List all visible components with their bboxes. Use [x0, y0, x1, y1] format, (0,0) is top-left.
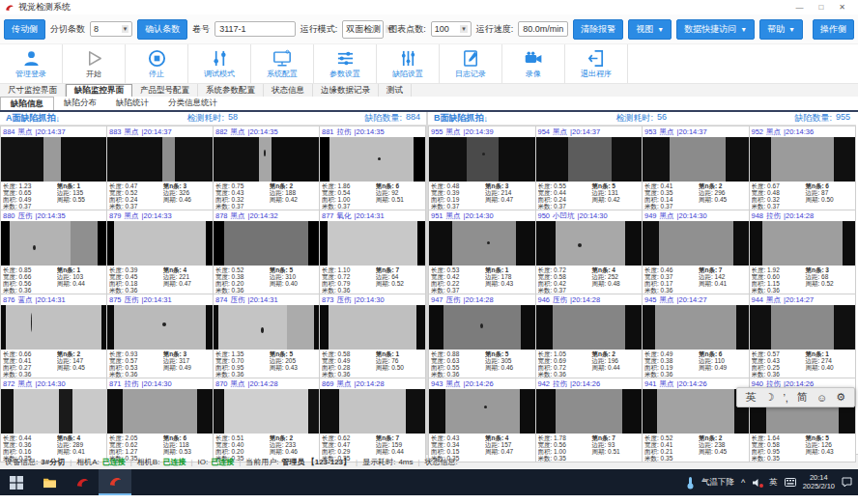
defect-thumbnail[interactable]: [1, 389, 106, 434]
defect-thumbnail[interactable]: [643, 221, 749, 266]
toolbar-button-params[interactable]: 参数设置: [314, 44, 377, 83]
defect-cell[interactable]: 877氧化|20:14:31长度: 1.10宽度: 0.72面积: 0.79米数…: [320, 210, 425, 294]
toolbar-button-camera[interactable]: 录像: [502, 44, 565, 83]
defect-thumbnail[interactable]: [214, 305, 319, 350]
defect-cell[interactable]: 874压伤|20:14:31长度: 1.35宽度: 0.70面积: 0.95米数…: [214, 294, 319, 378]
defect-cell[interactable]: 872黑点|20:14:30长度: 0.44宽度: 0.36面积: 0.16米数…: [1, 378, 106, 462]
defect-cell[interactable]: 954黑点|20:14:37长度: 0.55宽度: 0.44面积: 0.24米数…: [536, 126, 643, 210]
defect-thumbnail[interactable]: [643, 137, 749, 182]
roll-number-input[interactable]: 3117-1: [214, 21, 296, 37]
toolbar-button-play[interactable]: 开始: [63, 44, 126, 83]
defect-cell[interactable]: 953黑点|20:14:37长度: 0.41宽度: 0.35面积: 0.14米数…: [643, 126, 749, 210]
defect-thumbnail[interactable]: [643, 305, 749, 350]
defect-thumbnail[interactable]: [1, 137, 106, 182]
sub-tab-3[interactable]: 分类信息统计: [158, 97, 227, 110]
defect-cell[interactable]: 948拉伤|20:14:28长度: 1.92宽度: 0.60面积: 1.15米数…: [750, 210, 856, 294]
defect-thumbnail[interactable]: [320, 305, 425, 350]
defect-thumbnail[interactable]: [643, 389, 749, 434]
tray-expand-icon[interactable]: ^: [741, 478, 745, 488]
defect-thumbnail[interactable]: [107, 221, 213, 266]
defect-cell[interactable]: 884黑点|20:14:37长度: 1.23宽度: 0.65面积: 0.49米数…: [1, 126, 106, 210]
main-tab-6[interactable]: 测试: [379, 84, 412, 97]
minimize-button[interactable]: —: [795, 3, 803, 12]
defect-thumbnail[interactable]: [107, 389, 213, 434]
sort-down-icon[interactable]: ↓: [56, 114, 61, 124]
defect-thumbnail[interactable]: [320, 221, 425, 266]
defect-cell[interactable]: 875压伤|20:14:31长度: 0.93宽度: 0.57面积: 0.53米数…: [107, 294, 213, 378]
main-tab-4[interactable]: 状态信息: [264, 84, 313, 97]
run-mode-select[interactable]: 双面检测▾: [342, 20, 384, 39]
defect-thumbnail[interactable]: [536, 389, 643, 434]
defect-cell[interactable]: 878黑点|20:14:32长度: 0.52宽度: 0.38面积: 0.20米数…: [214, 210, 319, 294]
defect-cell[interactable]: 882黑点|20:14:35长度: 0.75宽度: 0.43面积: 0.32米数…: [214, 126, 319, 210]
toolbar-button-user[interactable]: 管理登录: [0, 44, 63, 83]
ime-moon-icon[interactable]: ☽: [765, 391, 775, 404]
defect-cell[interactable]: 879黑点|20:14:33长度: 0.39宽度: 0.45面积: 0.18米数…: [107, 210, 213, 294]
defect-thumbnail[interactable]: [1, 305, 106, 350]
defect-cell[interactable]: 951黑点|20:14:30长度: 0.53宽度: 0.42面积: 0.22米数…: [429, 210, 535, 294]
defect-cell[interactable]: 947压伤|20:14:28长度: 0.88宽度: 0.63面积: 0.55米数…: [429, 294, 535, 378]
defect-thumbnail[interactable]: [429, 389, 535, 434]
defect-cell[interactable]: 873压伤|20:14:30长度: 0.58宽度: 0.49面积: 0.28米数…: [320, 294, 425, 378]
defect-cell[interactable]: 880压伤|20:14:35长度: 0.85宽度: 0.66面积: 0.56米数…: [1, 210, 106, 294]
defect-thumbnail[interactable]: [429, 137, 535, 182]
defect-thumbnail[interactable]: [536, 221, 643, 266]
taskbar-explorer-icon[interactable]: [33, 469, 66, 495]
sub-tab-2[interactable]: 缺陷统计: [106, 97, 158, 110]
defect-thumbnail[interactable]: [214, 389, 319, 434]
defect-cell[interactable]: 883黑点|20:14:37长度: 0.47宽度: 0.52面积: 0.24米数…: [107, 126, 213, 210]
defect-thumbnail[interactable]: [536, 305, 643, 350]
defect-cell[interactable]: 952黑点|20:14:36长度: 0.67宽度: 0.48面积: 0.32米数…: [750, 126, 856, 210]
ime-lang-cn[interactable]: 简: [797, 390, 808, 405]
data-access-menu-button[interactable]: 数据快捷访问▼: [676, 19, 755, 40]
notification-icon[interactable]: [842, 477, 852, 488]
main-tab-3[interactable]: 系统参数配置: [198, 84, 264, 97]
defect-thumbnail[interactable]: [750, 221, 856, 266]
sub-tab-1[interactable]: 缺陷分布: [54, 97, 106, 110]
toolbar-button-stop[interactable]: 停止: [126, 44, 188, 83]
close-button[interactable]: ✕: [839, 3, 845, 12]
defect-thumbnail[interactable]: [1, 221, 106, 266]
defect-thumbnail[interactable]: [429, 305, 535, 350]
ime-gear-icon[interactable]: ⚙: [836, 391, 845, 404]
help-menu-button[interactable]: 帮助▼: [759, 19, 803, 40]
maximize-button[interactable]: □: [818, 3, 823, 12]
speaker-icon[interactable]: [752, 478, 762, 488]
defect-cell[interactable]: 876蓝点|20:14:31长度: 0.66宽度: 0.41面积: 0.27米数…: [1, 294, 106, 378]
defect-cell[interactable]: 942拉伤|20:14:26长度: 1.78宽度: 0.56面积: 1.00米数…: [536, 378, 643, 462]
chart-points-select[interactable]: 100▾: [431, 21, 472, 37]
defect-thumbnail[interactable]: [536, 137, 643, 182]
language-indicator[interactable]: 英: [769, 477, 778, 489]
defect-thumbnail[interactable]: [107, 137, 213, 182]
defect-thumbnail[interactable]: [429, 221, 535, 266]
keyboard-icon[interactable]: [785, 478, 796, 487]
clear-alarm-button[interactable]: 清除报警: [573, 19, 623, 40]
defect-thumbnail[interactable]: [320, 137, 425, 182]
toolbar-button-exit[interactable]: 退出程序: [565, 44, 628, 83]
defect-cell[interactable]: 949黑点|20:14:30长度: 0.46宽度: 0.37面积: 0.17米数…: [643, 210, 749, 294]
clock[interactable]: 20:14 2025/2/10: [803, 474, 835, 490]
ime-lang-en[interactable]: 英: [746, 390, 757, 405]
defect-thumbnail[interactable]: [214, 221, 319, 266]
main-tab-0[interactable]: 尺寸监控界面: [0, 84, 66, 97]
main-tab-1[interactable]: 缺陷监控界面: [66, 84, 132, 97]
view-menu-button[interactable]: 视图▼: [628, 19, 672, 40]
sort-down-icon[interactable]: ↓: [484, 114, 489, 124]
defect-cell[interactable]: 941黑点|20:14:26长度: 0.52宽度: 0.41面积: 0.21米数…: [643, 378, 749, 462]
sub-tab-0[interactable]: 缺陷信息: [0, 97, 54, 110]
taskbar-start-icon[interactable]: [0, 469, 33, 495]
defect-cell[interactable]: 950小凹坑|20:14:30长度: 0.72宽度: 0.58面积: 0.42米…: [536, 210, 643, 294]
defect-cell[interactable]: 871拉伤|20:14:30长度: 2.05宽度: 0.62面积: 1.27米数…: [107, 378, 213, 462]
weather-text[interactable]: 气温下降: [701, 477, 734, 489]
toolbar-button-tune[interactable]: 调试模式: [188, 44, 251, 83]
ime-punct-icon[interactable]: ’,: [783, 392, 788, 404]
defect-cell[interactable]: 870黑点|20:14:28长度: 0.51宽度: 0.40面积: 0.20米数…: [214, 378, 319, 462]
defect-cell[interactable]: 945黑点|20:14:27长度: 0.49宽度: 0.38面积: 0.19米数…: [643, 294, 749, 378]
defect-thumbnail[interactable]: [750, 305, 856, 350]
defect-thumbnail[interactable]: [214, 137, 319, 182]
confirm-count-button[interactable]: 确认条数: [137, 19, 187, 40]
defect-cell[interactable]: 944黑点|20:14:27长度: 0.57宽度: 0.43面积: 0.25米数…: [750, 294, 856, 378]
drive-side-button[interactable]: 传动侧: [4, 19, 45, 40]
main-tab-5[interactable]: 边缘数据记录: [313, 84, 379, 97]
defect-thumbnail[interactable]: [320, 389, 425, 434]
